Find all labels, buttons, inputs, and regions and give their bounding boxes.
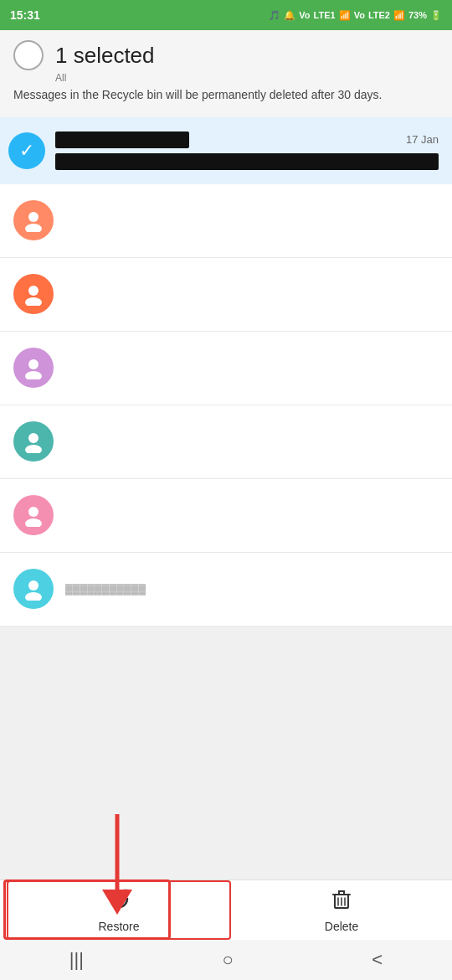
- status-bar: 15:31 🎵 🔔 Vo LTE1 📶 Vo LTE2 📶 73% 🔋: [0, 0, 452, 30]
- item-checkmark: ✓: [8, 132, 45, 169]
- svg-point-1: [25, 224, 42, 232]
- header: 1 selected All Messages in the Recycle b…: [0, 30, 452, 117]
- avatar: [13, 421, 54, 462]
- svg-point-5: [25, 371, 42, 379]
- delete-label: Delete: [325, 920, 358, 933]
- svg-point-8: [28, 507, 39, 517]
- back-nav-icon[interactable]: <: [372, 949, 383, 971]
- selected-message-item[interactable]: ✓ 17 Jan: [0, 117, 452, 184]
- list-item[interactable]: [0, 332, 452, 405]
- home-nav-icon[interactable]: |||: [69, 949, 84, 971]
- svg-point-3: [25, 297, 42, 306]
- avatar: [13, 569, 54, 609]
- list-item[interactable]: [0, 405, 452, 479]
- restore-button[interactable]: Restore: [7, 880, 231, 940]
- svg-point-10: [28, 580, 39, 591]
- selected-item-content: 17 Jan: [55, 132, 439, 170]
- delete-button[interactable]: Delete: [231, 880, 452, 940]
- toolbar: Restore Delete: [0, 879, 452, 940]
- all-label: All: [55, 72, 439, 84]
- svg-point-2: [28, 286, 39, 296]
- status-icons: 🎵 🔔 Vo LTE1 📶 Vo LTE2 📶 73% 🔋: [269, 10, 442, 21]
- delete-icon: [330, 887, 353, 916]
- restore-label: Restore: [98, 920, 139, 933]
- svg-point-9: [25, 518, 42, 527]
- svg-point-6: [28, 433, 39, 443]
- item-date: 17 Jan: [406, 133, 439, 146]
- select-all-checkbox[interactable]: [13, 40, 44, 70]
- avatar: [13, 495, 54, 535]
- contact-name-redacted: [55, 132, 189, 148]
- status-time: 15:31: [10, 8, 40, 22]
- list-item[interactable]: [0, 184, 452, 258]
- header-row: 1 selected: [13, 40, 439, 70]
- avatar: [13, 348, 54, 388]
- list-item[interactable]: [0, 479, 452, 553]
- nav-bar: ||| ○ <: [0, 940, 452, 980]
- selection-count: 1 selected: [55, 43, 155, 69]
- message-preview-redacted: [55, 153, 439, 170]
- circle-nav-icon[interactable]: ○: [223, 949, 234, 971]
- list-item[interactable]: [0, 258, 452, 332]
- avatar: [13, 274, 54, 314]
- recycle-notice: Messages in the Recycle bin will be perm…: [13, 87, 439, 104]
- avatar: [13, 200, 54, 240]
- svg-point-4: [28, 359, 39, 369]
- restore-icon: [107, 887, 131, 916]
- svg-point-7: [25, 445, 42, 453]
- svg-point-11: [25, 592, 42, 601]
- svg-point-0: [28, 212, 39, 222]
- message-list: ▓▓▓▓▓▓▓▓▓▓▓: [0, 184, 452, 627]
- list-item[interactable]: ▓▓▓▓▓▓▓▓▓▓▓: [0, 553, 452, 627]
